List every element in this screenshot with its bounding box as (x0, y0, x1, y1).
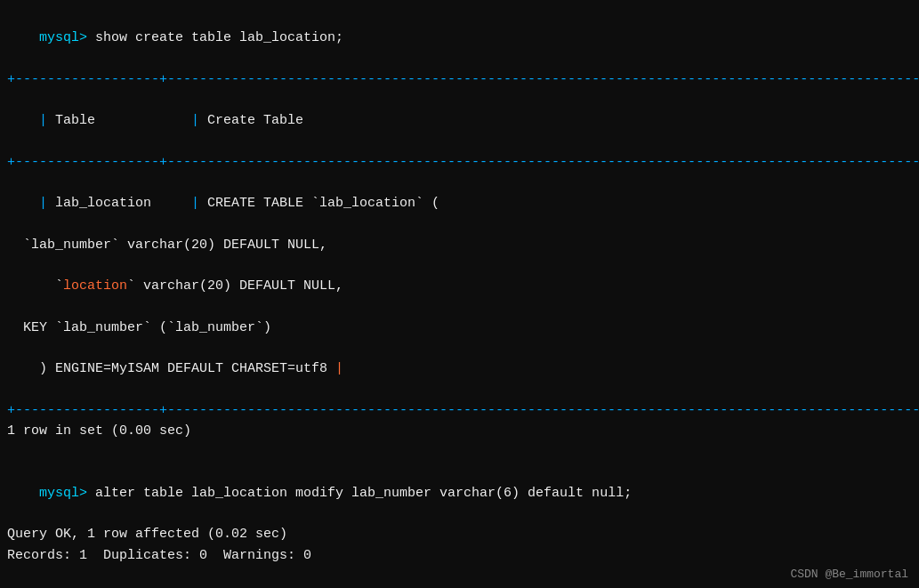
table-data-row-5: ) ENGINE=MyISAM DEFAULT CHARSET=utf8 | (0, 338, 919, 400)
table-border-1: +------------------+--------------------… (0, 69, 919, 90)
blank-line-2 (0, 566, 919, 586)
table-border-2: +------------------+--------------------… (0, 152, 919, 173)
location-highlight: location (63, 278, 127, 294)
table-data-row-1: | lab_location | CREATE TABLE `lab_locat… (0, 173, 919, 235)
table-header-1: | Table | Create Table | (0, 90, 919, 152)
cmd-text-1: show create table lab_location; (87, 30, 343, 45)
command-line-2: mysql> alter table lab_location modify l… (0, 463, 919, 525)
command-line-1: mysql> show create table lab_location; (0, 7, 919, 69)
cmd-text-2: alter table lab_location modify lab_numb… (87, 486, 632, 501)
table-data-row-4: KEY `lab_number` (`lab_number`) (0, 318, 919, 338)
result-line-1: 1 row in set (0.00 sec) (0, 421, 919, 441)
table-data-row-3: `location` varchar(20) DEFAULT NULL, (0, 255, 919, 318)
table-data-row-2: `lab_number` varchar(20) DEFAULT NULL, (0, 235, 919, 255)
prompt-2: mysql> (39, 486, 87, 501)
table-border-3: +------------------+--------------------… (0, 400, 919, 421)
blank-line-1 (0, 441, 919, 462)
prompt-1: mysql> (39, 30, 87, 45)
watermark: CSDN @Be_immortal (790, 568, 908, 581)
records-line: Records: 1 Duplicates: 0 Warnings: 0 (0, 545, 919, 566)
terminal-window: mysql> show create table lab_location; +… (0, 0, 919, 588)
query-ok-line: Query OK, 1 row affected (0.02 sec) (0, 524, 919, 544)
